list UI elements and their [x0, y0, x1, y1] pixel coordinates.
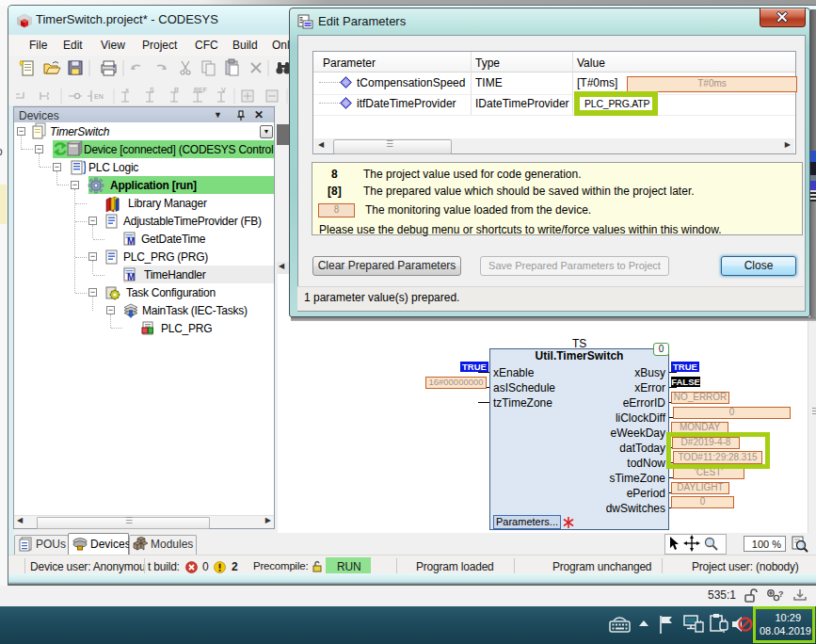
svg-text:V: V	[221, 87, 226, 93]
svg-text:R: R	[174, 87, 179, 93]
svg-text:×: ×	[125, 87, 129, 93]
svg-text:M: M	[127, 272, 135, 282]
svg-text:?: ?	[778, 589, 784, 599]
svg-text:M: M	[127, 236, 135, 247]
svg-text:REF: REF	[194, 87, 207, 93]
svg-text:S: S	[150, 87, 154, 93]
svg-text:EN: EN	[94, 93, 104, 100]
